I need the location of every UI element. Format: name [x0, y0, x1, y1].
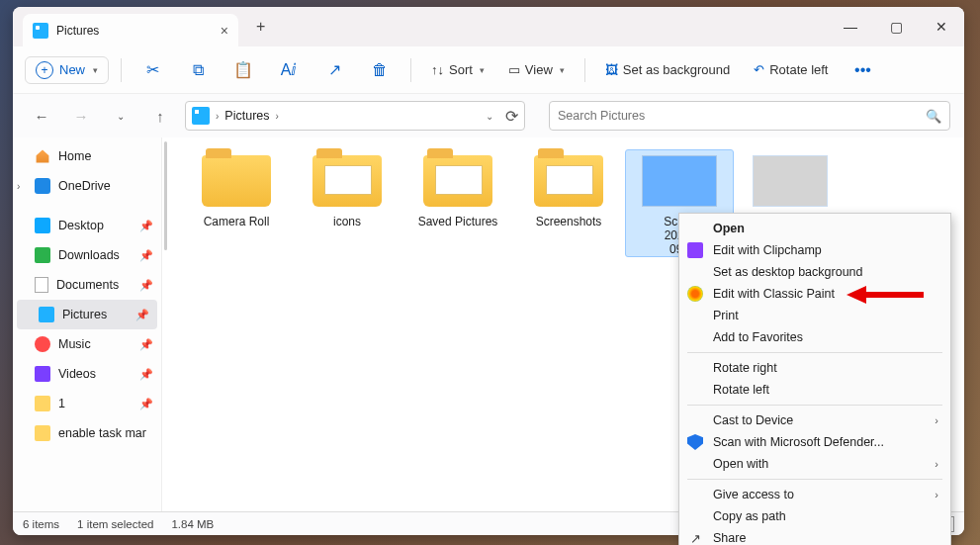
copy-button[interactable]: ⧉ [179, 53, 217, 87]
separator [687, 479, 942, 480]
view-label: View [525, 62, 553, 77]
pictures-icon [33, 23, 48, 39]
ctx-label: Print [713, 309, 739, 322]
sidebar-item-music[interactable]: Music📌 [13, 329, 161, 359]
rename-button[interactable]: Aⅈ [270, 53, 308, 87]
rotate-left-button[interactable]: ↶ Rotate left [746, 58, 836, 81]
ctx-share[interactable]: ↗Share [679, 527, 950, 545]
folder-screenshots[interactable]: Screenshots [514, 149, 623, 257]
ctx-rotate-left[interactable]: Rotate left [679, 379, 950, 401]
sidebar-label: Music [58, 337, 91, 351]
ctx-cast[interactable]: Cast to Device› [679, 409, 950, 431]
up-button[interactable]: ↑ [145, 101, 175, 131]
ctx-label: Rotate left [713, 383, 769, 397]
folder-icon [35, 396, 50, 411]
documents-icon [35, 277, 48, 293]
item-label: Screenshots [536, 215, 602, 228]
view-button[interactable]: ▭ View ▾ [500, 58, 573, 81]
sidebar-item-folder-1[interactable]: 1📌 [13, 389, 161, 418]
set-bg-label: Set as background [623, 62, 730, 77]
maximize-button[interactable]: ▢ [873, 7, 919, 46]
toolbar: + New ▾ ✂ ⧉ 📋 Aⅈ ↗ 🗑 ↑↓ Sort ▾ ▭ View ▾ … [13, 46, 964, 94]
sidebar-label: OneDrive [58, 179, 111, 193]
new-button[interactable]: + New ▾ [25, 56, 109, 84]
pin-icon: 📌 [139, 338, 153, 351]
folder-icon [202, 155, 271, 207]
paste-button[interactable]: 📋 [224, 53, 262, 87]
sort-button[interactable]: ↑↓ Sort ▾ [423, 58, 492, 81]
ctx-copy-path[interactable]: Copy as path [679, 505, 950, 527]
expand-icon[interactable]: › [17, 181, 20, 192]
submenu-icon: › [935, 489, 938, 500]
pin-icon: 📌 [135, 309, 149, 321]
sidebar-item-videos[interactable]: Videos📌 [13, 359, 161, 389]
ctx-give-access[interactable]: Give access to› [679, 484, 950, 505]
chevron-down-icon: ▾ [560, 65, 565, 75]
status-item-count: 6 items [23, 518, 59, 530]
ctx-rotate-right[interactable]: Rotate right [679, 357, 950, 379]
folder-icon [35, 425, 50, 441]
ctx-label: Set as desktop background [713, 265, 863, 279]
ctx-label: Share [713, 531, 746, 545]
ctx-defender[interactable]: Scan with Microsoft Defender... [679, 431, 950, 453]
set-background-button[interactable]: 🖼 Set as background [597, 58, 738, 81]
tab-pictures[interactable]: Pictures × [23, 14, 238, 46]
refresh-button[interactable]: ⟳ [505, 107, 518, 126]
cut-button[interactable]: ✂ [134, 53, 171, 87]
submenu-icon: › [935, 458, 938, 470]
ctx-label: Open with [713, 457, 768, 471]
share-button[interactable]: ↗ [315, 53, 353, 87]
separator [410, 58, 411, 82]
address-bar[interactable]: › Pictures › ⌄ ⟳ [185, 101, 525, 131]
address-dropdown-icon[interactable]: ⌄ [486, 111, 493, 122]
recent-dropdown[interactable]: ⌄ [106, 101, 135, 131]
ctx-print[interactable]: Print [679, 305, 950, 326]
shield-icon [687, 434, 703, 450]
pictures-icon [192, 107, 210, 125]
chevron-right-icon: › [276, 111, 279, 122]
sidebar-label: Downloads [58, 248, 120, 262]
sidebar-item-downloads[interactable]: Downloads📌 [13, 240, 161, 270]
view-icon: ▭ [508, 62, 520, 77]
sidebar-item-home[interactable]: Home [13, 141, 161, 171]
ctx-set-bg[interactable]: Set as desktop background [679, 261, 950, 283]
search-box[interactable]: 🔍 [549, 101, 950, 131]
ctx-open[interactable]: Open [679, 218, 950, 239]
videos-icon [35, 366, 50, 382]
sidebar-label: enable task mar [58, 426, 146, 440]
ctx-edit-classic-paint[interactable]: Edit with Classic Paint [679, 283, 950, 305]
sidebar-item-documents[interactable]: Documents📌 [13, 270, 161, 300]
sidebar-item-pictures[interactable]: Pictures📌 [17, 300, 157, 329]
background-icon: 🖼 [605, 62, 618, 77]
delete-button[interactable]: 🗑 [361, 53, 399, 87]
ctx-label: Add to Favorites [713, 330, 803, 344]
pin-icon: 📌 [139, 279, 153, 292]
sort-label: Sort [449, 62, 473, 77]
ctx-favorites[interactable]: Add to Favorites [679, 326, 950, 348]
forward-button[interactable]: → [66, 101, 96, 131]
downloads-icon [35, 247, 50, 263]
new-label: New [59, 62, 85, 77]
new-tab-button[interactable]: + [256, 18, 265, 36]
sidebar-item-taskman[interactable]: enable task mar [13, 418, 161, 448]
ctx-open-with[interactable]: Open with› [679, 453, 950, 475]
sidebar-item-onedrive[interactable]: ›OneDrive [13, 171, 161, 201]
more-button[interactable]: ••• [844, 53, 881, 87]
folder-icons[interactable]: icons [293, 149, 401, 257]
ctx-edit-clipchamp[interactable]: Edit with Clipchamp [679, 239, 950, 261]
address-text: Pictures [224, 109, 269, 123]
close-tab-icon[interactable]: × [221, 23, 228, 39]
sidebar-item-desktop[interactable]: Desktop📌 [13, 211, 161, 240]
folder-saved-pictures[interactable]: Saved Pictures [403, 149, 512, 257]
folder-camera-roll[interactable]: Camera Roll [182, 149, 291, 257]
separator [687, 352, 942, 353]
pin-icon: 📌 [139, 368, 153, 381]
minimize-button[interactable]: — [828, 7, 873, 46]
search-input[interactable] [558, 109, 926, 123]
close-window-button[interactable]: ✕ [919, 7, 964, 46]
scrollbar-thumb[interactable] [164, 141, 167, 250]
chevron-right-icon: › [216, 111, 219, 122]
rotate-icon: ↶ [754, 62, 764, 77]
tab-title: Pictures [56, 24, 213, 38]
back-button[interactable]: ← [27, 101, 56, 131]
